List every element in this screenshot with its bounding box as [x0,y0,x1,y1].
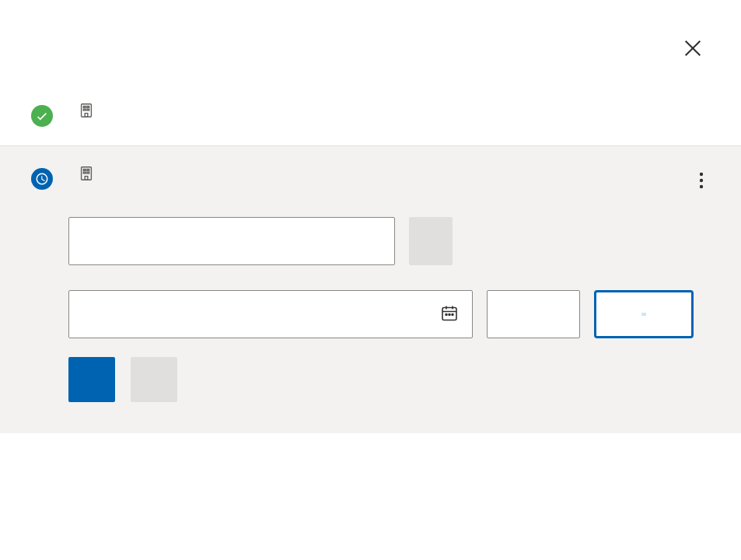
svg-rect-13 [85,177,88,180]
comment-action-row [68,217,710,265]
success-status-icon [31,105,53,127]
hours-field-group [487,284,580,338]
checkmark-icon [35,109,49,123]
svg-rect-10 [87,170,89,171]
minutes-input[interactable] [594,290,694,338]
check-pre-approval [0,146,741,433]
minutes-selected-value [641,313,646,316]
svg-point-14 [700,173,703,176]
datetime-row [68,284,710,338]
calendar-icon [440,304,459,323]
check-content [68,165,710,402]
svg-rect-4 [87,107,89,108]
svg-point-22 [449,314,450,316]
more-vertical-icon [699,171,704,190]
close-icon [682,37,704,59]
check-title-row [68,102,710,119]
calendar-picker-button[interactable] [437,301,462,328]
svg-rect-8 [82,167,92,180]
check-branch-control [0,83,741,146]
environment-icon [78,102,95,119]
reject-button[interactable] [409,217,453,265]
close-button[interactable] [676,31,710,68]
svg-point-15 [700,179,703,182]
waiting-status-icon [31,168,53,190]
minutes-field-group [594,284,694,338]
cancel-button[interactable] [131,357,177,402]
date-field-group [68,284,473,338]
approve-and-defer-button[interactable] [68,357,115,402]
svg-point-23 [452,314,453,316]
svg-rect-12 [87,172,89,173]
svg-point-21 [446,314,447,316]
svg-rect-9 [83,170,86,171]
button-row [68,357,710,402]
environment-icon [78,165,95,182]
panel-header [0,0,741,83]
svg-rect-6 [87,109,89,110]
svg-point-16 [700,185,703,188]
more-options-button[interactable] [693,165,710,198]
check-content [68,102,710,122]
date-input-wrapper [68,290,473,338]
hours-input[interactable] [487,290,580,338]
check-title-row [68,165,693,182]
clock-icon [35,172,49,186]
svg-rect-7 [85,114,88,117]
svg-rect-11 [83,172,86,173]
comment-input[interactable] [68,217,395,265]
svg-rect-2 [82,104,92,117]
svg-rect-3 [83,107,86,108]
svg-rect-5 [83,109,86,110]
date-input[interactable] [68,290,473,338]
